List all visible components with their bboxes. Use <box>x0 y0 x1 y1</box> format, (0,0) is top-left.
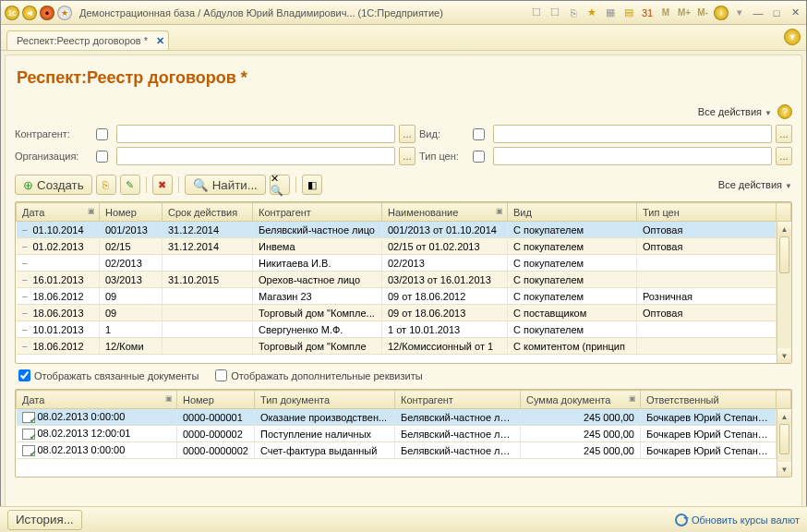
edit-button[interactable]: ✎ <box>120 175 140 195</box>
grid-icon[interactable]: ▦ <box>603 6 618 20</box>
table-row[interactable]: −02/2013Никитаева И.В.02/2013С покупател… <box>17 255 791 272</box>
collapse-button[interactable]: ▼ <box>784 29 801 45</box>
column-header[interactable]: Номер <box>177 391 255 409</box>
price-type-picker-button[interactable]: … <box>776 147 792 165</box>
help-icon[interactable]: ? <box>777 104 792 119</box>
counterparty-input[interactable] <box>116 125 395 143</box>
all-actions-toolbar-label: Все действия <box>718 179 782 190</box>
scroll-up-icon[interactable]: ▲ <box>777 409 791 424</box>
history-button[interactable]: История... <box>7 510 82 530</box>
table-cell: С комитентом (принцип <box>508 338 637 355</box>
kind-picker-button[interactable]: … <box>776 125 792 143</box>
memory-m-icon[interactable]: M <box>658 6 673 20</box>
all-actions-toolbar[interactable]: Все действия ▼ <box>718 179 792 190</box>
minimize-button[interactable]: — <box>751 6 765 20</box>
column-header[interactable]: Ответственный <box>641 391 777 409</box>
print-icon[interactable]: ☐ <box>529 6 544 20</box>
colors-button[interactable]: ◧ <box>302 175 322 195</box>
column-header[interactable]: Номер <box>100 203 163 222</box>
contracts-grid: Дата▣НомерСрок действияКонтрагентНаимено… <box>15 201 792 364</box>
show-linked-checkbox[interactable]: Отображать связанные документы <box>18 369 199 381</box>
dropdown-icon[interactable]: ▾ <box>732 6 747 20</box>
documents-scrollbar[interactable]: ▲ ▼ <box>777 409 791 477</box>
counterparty-picker-button[interactable]: … <box>399 125 416 143</box>
link-icon[interactable]: ⎘ <box>566 6 581 20</box>
scroll-thumb[interactable] <box>779 424 789 454</box>
create-button[interactable]: ⊕ Создать <box>15 175 92 195</box>
table-cell <box>163 288 253 305</box>
nav-stop-icon[interactable]: ● <box>40 6 54 20</box>
tab-registry[interactable]: Респект:Реестр договоров * ✕ <box>6 30 169 50</box>
close-button[interactable]: ✕ <box>788 6 802 20</box>
show-additional-checkbox[interactable]: Отображать дополнительные реквизиты <box>215 369 422 381</box>
table-cell: Свергуненко М.Ф. <box>253 321 382 338</box>
column-header[interactable]: Наименование▣ <box>382 203 508 222</box>
print2-icon[interactable]: ☐ <box>548 6 562 20</box>
calc-icon[interactable]: ▤ <box>621 6 636 20</box>
counterparty-checkbox[interactable] <box>96 128 108 140</box>
table-cell: −18.06.2013 <box>17 305 100 321</box>
column-header[interactable]: Вид <box>508 203 637 222</box>
scroll-down-icon[interactable]: ▼ <box>777 462 791 477</box>
table-row[interactable]: 08.02.2013 0:00:000000-000001Оказание пр… <box>17 409 791 426</box>
delete-button[interactable]: ✖ <box>152 175 173 195</box>
tab-title: Респект:Реестр договоров * <box>17 35 148 46</box>
info-icon[interactable]: i <box>714 6 729 20</box>
table-cell: 02/15 <box>100 238 163 255</box>
price-type-input[interactable] <box>493 147 772 165</box>
kind-checkbox[interactable] <box>473 128 485 140</box>
column-header[interactable]: Дата▣ <box>17 203 100 222</box>
table-cell: Розничная <box>637 288 777 305</box>
table-row[interactable]: −01.02.201302/1531.12.2014Инвема02/15 от… <box>17 238 791 255</box>
scroll-down-icon[interactable]: ▼ <box>777 348 791 363</box>
column-header[interactable]: Сумма документа▣ <box>521 391 641 409</box>
table-row[interactable]: 08.02.2013 12:00:010000-000002Поступлени… <box>17 426 791 442</box>
table-cell: Оптовая <box>637 305 777 321</box>
organization-checkbox[interactable] <box>96 151 108 163</box>
table-row[interactable]: −01.10.2014001/201331.12.2014Белявский-ч… <box>17 222 791 238</box>
memory-mplus-icon[interactable]: M+ <box>677 6 692 20</box>
copy-button[interactable]: ⎘ <box>96 175 116 195</box>
chevron-down-icon: ▼ <box>765 109 772 117</box>
nav-back-icon[interactable]: ◄ <box>22 6 37 20</box>
kind-input[interactable] <box>493 125 772 143</box>
scroll-thumb[interactable] <box>779 236 789 273</box>
all-actions-top[interactable]: Все действия ▼ <box>698 106 772 117</box>
organization-picker-button[interactable]: … <box>399 147 416 165</box>
calendar-icon[interactable]: 31 <box>640 6 655 20</box>
chevron-down-icon: ▼ <box>785 182 792 190</box>
table-row[interactable]: 08.02.2013 0:00:000000-0000002Счет-факту… <box>17 442 791 459</box>
tab-close-icon[interactable]: ✕ <box>156 35 164 47</box>
refresh-rates-link[interactable]: Обновить курсы валют <box>675 514 800 526</box>
table-row[interactable]: −16.01.201303/201331.10.2015Орехов-частн… <box>17 272 791 288</box>
column-header[interactable]: Контрагент <box>395 391 521 409</box>
price-type-checkbox[interactable] <box>473 151 485 163</box>
table-row[interactable]: −10.01.20131Свергуненко М.Ф.1 от 10.01.2… <box>17 321 791 338</box>
scroll-up-icon[interactable]: ▲ <box>777 222 791 236</box>
window-title: Демонстрационная база / Абдулов Юрий Вла… <box>79 7 443 18</box>
memory-mminus-icon[interactable]: M- <box>695 6 710 20</box>
table-cell: 245 000,00 <box>521 426 641 442</box>
clear-search-button[interactable]: ✕🔍 <box>270 175 290 195</box>
table-row[interactable]: −18.06.201212/КомиТорговый дом "Компле12… <box>17 338 791 355</box>
table-cell: 02/2013 <box>100 255 163 272</box>
table-cell: 09 <box>100 305 163 321</box>
table-cell: Торговый дом "Компле <box>253 338 382 355</box>
table-cell: Белявский-частное лицо <box>395 426 521 442</box>
column-header[interactable]: Тип цен <box>637 203 777 222</box>
star-icon[interactable]: ★ <box>584 6 599 20</box>
column-header[interactable]: Контрагент <box>253 203 382 222</box>
column-header[interactable]: Срок действия <box>163 203 253 222</box>
table-cell: −18.06.2012 <box>17 338 100 355</box>
organization-input[interactable] <box>116 147 395 165</box>
table-row[interactable]: −18.06.201209Магазин 2309 от 18.06.2012С… <box>17 288 791 305</box>
maximize-button[interactable]: □ <box>769 6 784 20</box>
favorites-icon[interactable]: ★ <box>57 6 72 20</box>
table-cell <box>637 272 777 288</box>
contracts-scrollbar[interactable]: ▲ ▼ <box>777 222 791 363</box>
column-header[interactable]: Дата▣ <box>17 391 177 409</box>
find-button[interactable]: 🔍 Найти... <box>185 175 266 195</box>
table-row[interactable]: −18.06.201309Торговый дом "Компле...09 о… <box>17 305 791 321</box>
column-header[interactable]: Тип документа <box>255 391 395 409</box>
table-cell: 0000-000002 <box>177 426 255 442</box>
